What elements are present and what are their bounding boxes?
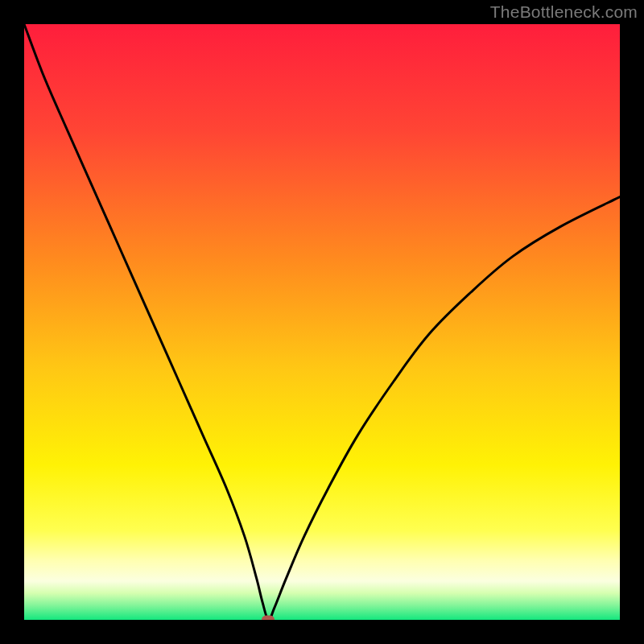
watermark-text: TheBottleneck.com: [490, 2, 638, 22]
plot-area: [24, 24, 620, 620]
chart-frame: TheBottleneck.com: [0, 0, 644, 644]
optimum-marker: [262, 616, 275, 621]
curve: [24, 24, 620, 620]
